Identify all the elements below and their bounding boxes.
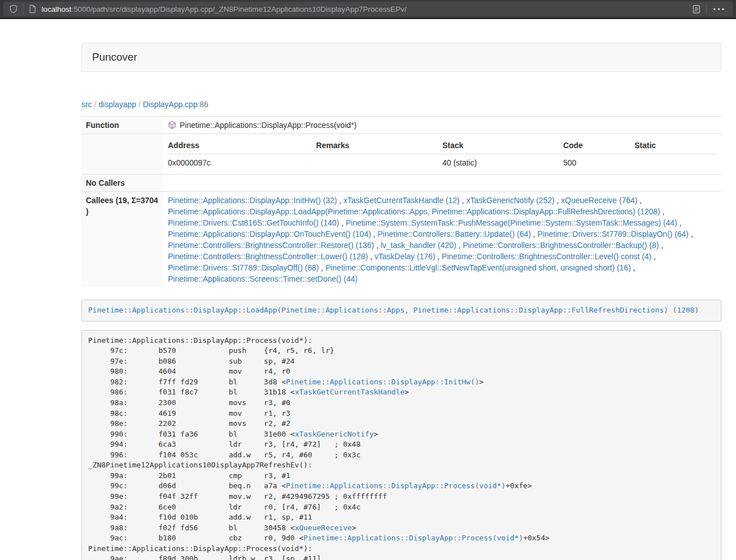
- breadcrumb-separator: /: [136, 100, 143, 109]
- stack-value: 40 (static): [442, 154, 563, 172]
- page-actions-menu-icon[interactable]: •••: [712, 5, 727, 13]
- callees-list: Pinetime::Applications::DisplayApp::Init…: [163, 192, 721, 288]
- asm-symbol-link[interactable]: Pinetime::Applications::DisplayApp::Init…: [286, 378, 479, 386]
- callee-link[interactable]: Pinetime::Controllers::BrightnessControl…: [442, 252, 651, 261]
- callee-link[interactable]: Pinetime::Applications::Screens::Timer::…: [168, 274, 358, 283]
- function-row: Function Pinetime::Applications::Display…: [81, 117, 721, 134]
- col-header-remarks: Remarks: [316, 137, 442, 154]
- url-bar[interactable]: localhost:5000/path/src/displayapp/Displ…: [3, 2, 733, 16]
- col-header-code: Code: [563, 137, 634, 154]
- stats-row: Address Remarks Stack Code Static 0x0000…: [81, 134, 721, 175]
- callee-link[interactable]: vTaskDelay (176): [374, 252, 435, 261]
- callee-link[interactable]: Pinetime::Applications::DisplayApp::OnTo…: [168, 229, 371, 238]
- highlighted-symbol-link[interactable]: Pinetime::Applications::DisplayApp::Load…: [88, 306, 699, 314]
- callee-link[interactable]: Pinetime::System::SystemTask::PushMessag…: [346, 218, 678, 227]
- callee-link[interactable]: Pinetime::Controllers::BrightnessControl…: [168, 241, 374, 250]
- callee-link[interactable]: Pinetime::Drivers::St7789::DisplayOn() (…: [537, 229, 688, 238]
- urlbar-divider: [706, 4, 707, 14]
- symbol-cube-icon: [168, 121, 176, 130]
- asm-symbol-link[interactable]: Pinetime::Applications::DisplayApp::Proc…: [286, 481, 505, 490]
- breadcrumb-link-file[interactable]: DisplayApp.cpp:: [143, 100, 199, 109]
- asm-symbol-link[interactable]: Pinetime::Applications::DisplayApp::Proc…: [304, 534, 523, 542]
- function-label: Function: [81, 117, 163, 134]
- page-info-icon[interactable]: [29, 4, 36, 13]
- disassembly-code: Pinetime::Applications::DisplayApp::Proc…: [81, 330, 721, 560]
- callee-link[interactable]: xTaskGenericNotify (252): [466, 196, 554, 205]
- urlbar-divider: [23, 4, 24, 14]
- callee-link[interactable]: xQueueReceive (764): [561, 196, 637, 205]
- col-header-static: Static: [634, 137, 717, 154]
- callee-link[interactable]: xTaskGetCurrentTaskHandle (12): [344, 196, 460, 205]
- page-container: Puncover src/displayapp/DisplayApp.cpp:8…: [81, 43, 721, 560]
- callee-link[interactable]: Pinetime::Applications::DisplayApp::Load…: [168, 207, 660, 216]
- url-host: localhost: [42, 5, 71, 13]
- function-name: Pinetime::Applications::DisplayApp::Proc…: [180, 121, 356, 130]
- breadcrumb: src/displayapp/DisplayApp.cpp:86: [81, 100, 721, 109]
- callee-link[interactable]: Pinetime::Controllers::BrightnessControl…: [463, 241, 659, 250]
- col-header-address: Address: [168, 137, 316, 154]
- code-value: 500: [563, 154, 634, 172]
- highlighted-symbol-box: Pinetime::Applications::DisplayApp::Load…: [81, 300, 721, 322]
- no-callers-label: No Callers: [81, 175, 163, 192]
- callees-row: Callees (19, Σ=3704 ) Pinetime::Applicat…: [81, 192, 721, 288]
- col-header-stack: Stack: [442, 137, 563, 154]
- breadcrumb-link-src[interactable]: src: [81, 100, 92, 109]
- breadcrumb-link-displayapp[interactable]: displayapp: [99, 100, 136, 109]
- asm-symbol-link[interactable]: xTaskGenericNotify: [295, 430, 374, 438]
- stats-values-row: 0x0000097c 40 (static) 500: [168, 154, 717, 172]
- page-title: Puncover: [81, 43, 721, 72]
- callee-link[interactable]: Pinetime::Controllers::Battery::Update()…: [378, 229, 531, 238]
- callee-link[interactable]: Pinetime::Drivers::Cst816S::GetTouchInfo…: [168, 218, 339, 227]
- no-callers-row: No Callers: [81, 175, 721, 192]
- reader-mode-icon[interactable]: [692, 4, 701, 14]
- callee-link[interactable]: Pinetime::Controllers::BrightnessControl…: [168, 252, 368, 261]
- address-value: 0x0000097c: [168, 154, 316, 172]
- breadcrumb-line-number: 86: [200, 100, 209, 109]
- url-text[interactable]: localhost:5000/path/src/displayapp/Displ…: [42, 5, 692, 13]
- callee-link[interactable]: lv_task_handler (420): [381, 241, 456, 250]
- callee-link[interactable]: Pinetime::Applications::DisplayApp::Init…: [168, 196, 337, 205]
- asm-symbol-link[interactable]: xTaskGetCurrentTaskHandle: [295, 388, 405, 396]
- url-path: :5000/path/src/displayapp/DisplayApp.cpp…: [71, 5, 406, 13]
- shield-icon[interactable]: [9, 4, 18, 13]
- static-value: [634, 154, 717, 172]
- callees-label: Callees (19, Σ=3704 ): [81, 192, 163, 288]
- browser-toolbar: localhost:5000/path/src/displayapp/Displ…: [0, 0, 736, 19]
- function-table: Function Pinetime::Applications::Display…: [81, 116, 721, 287]
- breadcrumb-separator: /: [92, 100, 99, 109]
- callee-link[interactable]: Pinetime::Components::LittleVgl::SetNewT…: [326, 263, 631, 272]
- remarks-value: [316, 154, 442, 172]
- asm-symbol-link[interactable]: xQueueReceive: [295, 524, 352, 532]
- stats-header-row: Address Remarks Stack Code Static: [168, 137, 717, 154]
- stats-table: Address Remarks Stack Code Static 0x0000…: [168, 137, 717, 171]
- callee-link[interactable]: Pinetime::Drivers::St7789::DisplayOff() …: [168, 263, 319, 272]
